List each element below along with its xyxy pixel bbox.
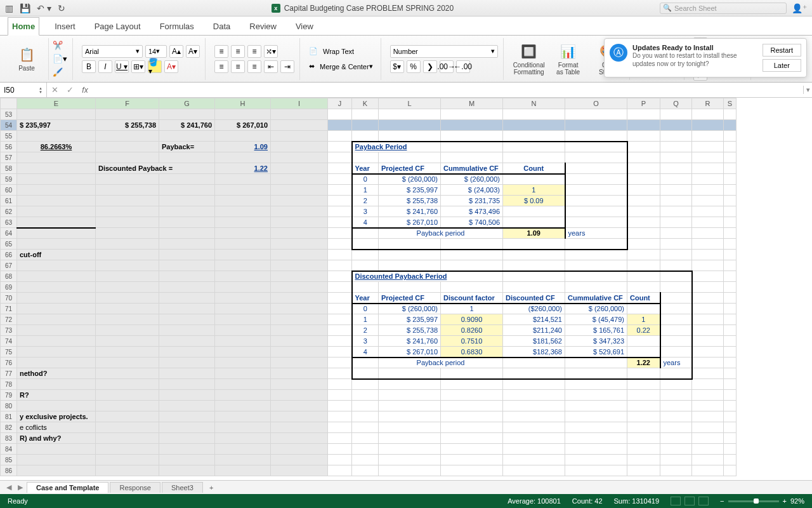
sheet-nav-prev[interactable]: ◀ [4,483,14,491]
cell[interactable]: 1 [627,314,660,325]
cell[interactable] [565,206,627,217]
cell[interactable] [215,217,271,228]
cell[interactable] [724,304,737,314]
expand-formula-icon[interactable]: ▾ [803,86,812,94]
cell[interactable]: Discounted Payback = [96,163,215,174]
cell[interactable] [627,347,660,358]
cell[interactable] [565,282,627,293]
col-header[interactable]: E [17,98,96,109]
cell[interactable] [352,260,379,271]
cell[interactable] [503,152,565,163]
col-header[interactable]: P [627,98,660,109]
cell[interactable] [328,465,352,476]
copy-icon[interactable]: 📄▾ [53,54,67,64]
cell[interactable] [565,379,627,390]
cell[interactable] [96,390,159,401]
sheet-nav-next[interactable]: ▶ [15,483,25,491]
cell[interactable] [328,368,352,379]
cell[interactable] [565,131,627,142]
cell[interactable] [159,368,215,379]
cell[interactable] [17,347,96,358]
worksheet-grid[interactable]: EFGHIJKLMNOPQRS5354$ 235,997$ 255,738$ 2… [0,98,812,480]
cell[interactable] [328,250,352,260]
cell[interactable] [660,411,692,422]
cell[interactable] [96,185,159,196]
cell[interactable] [352,368,379,379]
cell[interactable]: $ (260,000) [379,174,441,185]
cell[interactable] [724,379,737,390]
cell[interactable] [352,120,379,131]
cell[interactable] [379,282,441,293]
cell[interactable] [159,347,215,358]
cell[interactable] [17,260,96,271]
cell[interactable] [271,368,328,379]
sheet-tab[interactable]: Sheet3 [162,482,203,493]
cell[interactable] [503,433,565,444]
cell[interactable] [271,411,328,422]
font-color-button[interactable]: A▾ [164,60,178,73]
share-icon[interactable]: 👤⁺ [792,3,807,13]
cell[interactable]: $ 267,010 [379,347,441,358]
cell[interactable]: 3 [352,336,379,347]
cell[interactable] [692,401,724,411]
cell[interactable] [271,455,328,465]
cell[interactable] [724,444,737,455]
cell[interactable] [503,271,565,282]
cell[interactable] [627,109,660,120]
cell[interactable] [660,271,692,282]
cell[interactable] [692,109,724,120]
cell[interactable]: $ 235,997 [17,120,96,131]
cell[interactable] [565,444,627,455]
cell[interactable] [660,455,692,465]
cell[interactable] [17,239,96,250]
cell[interactable] [565,250,627,260]
cell[interactable] [271,314,328,325]
cell[interactable] [627,228,660,239]
cell[interactable] [692,120,724,131]
cell[interactable]: 68 [1,271,17,282]
cell[interactable] [660,163,692,174]
cell[interactable] [503,422,565,433]
cell[interactable]: Discount factor [441,293,503,304]
cell[interactable] [96,282,159,293]
cell[interactable] [352,433,379,444]
col-header[interactable]: K [352,98,379,109]
cell[interactable] [503,206,565,217]
cell[interactable]: 84 [1,444,17,455]
sheet-tab[interactable]: Case and Template [27,482,108,493]
cell[interactable] [352,131,379,142]
cell[interactable]: $ 255,738 [379,196,441,206]
cell[interactable] [96,142,159,152]
cell[interactable] [379,109,441,120]
cell[interactable] [503,109,565,120]
cell[interactable] [159,411,215,422]
cell[interactable]: 1 [352,314,379,325]
cell[interactable] [660,260,692,271]
cell[interactable] [724,336,737,347]
align-bot-icon[interactable]: ≡ [247,45,261,58]
cell[interactable] [17,401,96,411]
cell[interactable] [724,152,737,163]
cell[interactable] [159,109,215,120]
col-header[interactable]: M [441,98,503,109]
later-button[interactable]: Later [763,59,801,72]
cell[interactable] [660,465,692,476]
tab-insert[interactable]: Insert [51,18,79,35]
cell[interactable] [328,401,352,411]
cell[interactable] [441,109,503,120]
cell[interactable] [328,336,352,347]
cell[interactable]: $ 267,010 [215,120,271,131]
cell[interactable]: Count [503,163,565,174]
cell[interactable] [441,239,503,250]
cell[interactable] [503,390,565,401]
cell[interactable]: 0.6830 [441,347,503,358]
cell[interactable]: $211,240 [503,325,565,336]
cell[interactable]: $ (45,479) [565,314,627,325]
cell[interactable] [328,379,352,390]
cell[interactable] [379,465,441,476]
cell[interactable] [328,347,352,358]
cell[interactable] [96,206,159,217]
cell[interactable] [159,304,215,314]
cell[interactable] [627,260,660,271]
cell[interactable] [565,401,627,411]
